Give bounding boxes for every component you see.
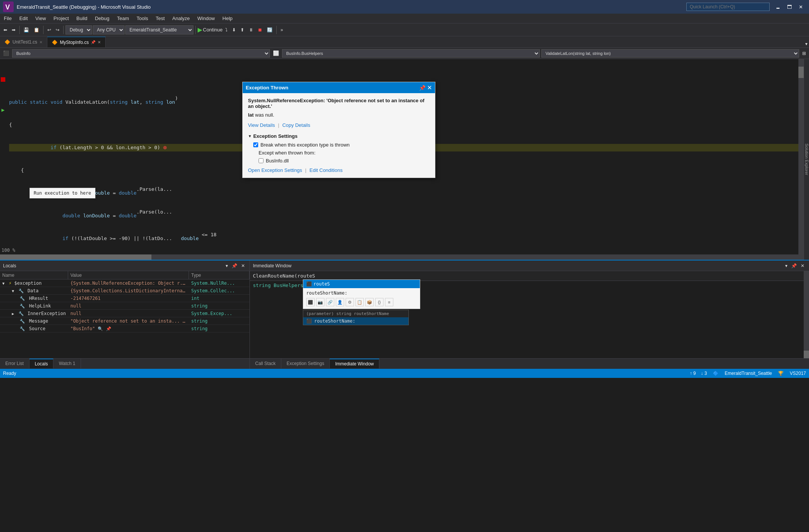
locals-row-helplink[interactable]: 🔧 HelpLink null string	[0, 302, 249, 310]
config-dropdown[interactable]: Debug	[65, 25, 92, 34]
save-button[interactable]: 💾	[22, 26, 31, 34]
back-button[interactable]: ⬅	[2, 26, 9, 34]
copy-details-link[interactable]: Copy Details	[282, 122, 310, 128]
quick-launch-input[interactable]	[686, 3, 770, 11]
save-all-button[interactable]: 📋	[32, 26, 41, 34]
hint-tool-6[interactable]: 📋	[355, 298, 364, 306]
tab-locals[interactable]: Locals	[30, 359, 54, 368]
menu-window[interactable]: Window	[193, 14, 218, 23]
step-out-button[interactable]: ⬆	[238, 26, 246, 34]
hint-tool-1[interactable]: ⬛	[306, 298, 315, 306]
tab-unittest[interactable]: 🔶 UnitTest1.cs ✕	[0, 37, 47, 47]
break-when-thrown-checkbox[interactable]	[253, 142, 258, 147]
immediate-scrollbar-thumb[interactable]	[804, 351, 809, 358]
project-dropdown[interactable]: EmeraldTransit_Seattle	[125, 25, 193, 34]
immediate-scrollbar[interactable]	[804, 271, 809, 358]
method-dropdown[interactable]: ValidateLatLon(string lat, string lon)	[541, 49, 799, 58]
menu-edit[interactable]: Edit	[16, 14, 31, 23]
locals-value-innerex: null	[68, 310, 189, 317]
solution-explorer-tab[interactable]: Solution Explorer	[804, 59, 809, 260]
hint-tool-8[interactable]: {}	[375, 298, 383, 306]
status-col: 3	[705, 371, 707, 376]
message-search-btn[interactable]: 🔍	[182, 319, 188, 324]
scrollbar-thumb[interactable]	[798, 67, 804, 78]
menu-view[interactable]: View	[31, 14, 50, 23]
edit-conditions-link[interactable]: Edit Conditions	[309, 167, 342, 173]
step-into-button[interactable]: ⬇	[230, 26, 238, 34]
step-over-button[interactable]: ⤵	[223, 26, 229, 34]
locals-row-data[interactable]: ▼ 🔧 Data {System.Collections.ListDiction…	[0, 287, 249, 295]
restore-button[interactable]: 🗖	[784, 2, 795, 11]
vertical-scrollbar[interactable]	[798, 59, 804, 260]
status-bar: Ready ↑ 9 ↓ 3 🔷 EmeraldTransit_Seattle 🏆…	[0, 369, 809, 378]
tab-mystopinfo[interactable]: 🔶 MyStopInfo.cs 📌 ✕	[47, 37, 106, 47]
tab-scroll-right[interactable]: ▾	[804, 41, 809, 47]
continue-button[interactable]: ▶ Continue	[198, 26, 223, 33]
immediate-pin-btn[interactable]: 📌	[790, 262, 798, 269]
hint-tool-9[interactable]: ≡	[385, 298, 393, 306]
namespace-dropdown[interactable]: BusInfo.BusHelpers	[282, 49, 540, 58]
immediate-input[interactable]	[253, 273, 806, 279]
tab-immediate-window[interactable]: Immediate Window	[330, 359, 379, 368]
expand-data[interactable]: ▼	[12, 289, 14, 293]
tab-watch1[interactable]: Watch 1	[53, 359, 81, 368]
open-exception-settings-link[interactable]: Open Exception Settings	[248, 167, 302, 173]
hint-tool-5[interactable]: ⚙	[346, 298, 354, 306]
immediate-close-btn[interactable]: ✕	[799, 262, 806, 269]
tooltip-text: Run execution to here	[34, 190, 91, 196]
platform-dropdown[interactable]: Any CPU	[93, 25, 125, 34]
close-button[interactable]: ✕	[795, 2, 806, 11]
autocomplete-hint-popup: ⬛ routeS routeShortName: ⬛ 📷 🔗 👤 ⚙ 📋 📦 {…	[303, 279, 420, 309]
locals-row-innerex[interactable]: ▶ 🔧 InnerException null System.Excep...	[0, 310, 249, 317]
expand-exception[interactable]: ▼	[2, 281, 5, 286]
class-dropdown[interactable]: BusInfo	[12, 49, 270, 58]
menu-project[interactable]: Project	[50, 14, 72, 23]
undo-button[interactable]: ↩	[45, 26, 53, 34]
exception-close-button[interactable]: ✕	[427, 84, 432, 91]
locals-row-message[interactable]: 🔧 Message "Object reference not set to a…	[0, 317, 249, 325]
code-toolbar-expand[interactable]: ⊞	[801, 50, 807, 57]
stop-button[interactable]: ⏹	[256, 26, 264, 34]
source-search-btn[interactable]: 🔍	[98, 326, 103, 331]
hint-tool-7[interactable]: 📦	[365, 298, 374, 306]
locals-close-btn[interactable]: ✕	[240, 262, 246, 269]
locals-pin-btn[interactable]: 📌	[230, 262, 239, 269]
tab-mystopinfo-close[interactable]: ✕	[98, 40, 101, 44]
message-value-text: "Object reference not set to an insta...	[70, 318, 180, 324]
menu-debug[interactable]: Debug	[91, 14, 113, 23]
restart-button[interactable]: 🔄	[265, 26, 274, 34]
menu-team[interactable]: Team	[113, 14, 133, 23]
source-pin-btn[interactable]: 📌	[106, 326, 111, 331]
tab-error-list[interactable]: Error List	[0, 359, 30, 368]
expand-innerex[interactable]: ▶	[12, 312, 14, 316]
businfo-dll-checkbox[interactable]	[259, 158, 263, 163]
menu-analyze[interactable]: Analyze	[168, 14, 193, 23]
break-button[interactable]: ⏸	[247, 26, 255, 34]
more-toolbar[interactable]: »	[279, 26, 285, 34]
menu-tools[interactable]: Tools	[133, 14, 152, 23]
minimize-button[interactable]: 🗕	[773, 2, 783, 11]
locals-row-source[interactable]: 🔧 Source "BusInfo" 🔍 📌 string	[0, 325, 249, 332]
h-scrollbar-thumb[interactable]	[0, 254, 151, 260]
locals-row-hresult[interactable]: 🔧 HResult -2147467261 int	[0, 295, 249, 302]
forward-button[interactable]: ➡	[10, 26, 17, 34]
horizontal-scrollbar[interactable]	[0, 254, 798, 260]
search-box-container[interactable]	[686, 3, 770, 11]
locals-row-exception[interactable]: ▼ ⚡ $exception {System.NullReferenceExce…	[0, 279, 249, 287]
tab-unittest-close[interactable]: ✕	[39, 40, 42, 44]
view-details-link[interactable]: View Details	[248, 122, 275, 128]
immediate-dropdown-btn[interactable]: ▾	[784, 262, 789, 269]
autocomplete-item-selected[interactable]: ⬛ routeShortName:	[303, 317, 408, 325]
locals-dropdown-btn[interactable]: ▾	[224, 262, 229, 269]
menu-build[interactable]: Build	[73, 14, 91, 23]
tab-call-stack[interactable]: Call Stack	[250, 359, 281, 368]
hint-tool-3[interactable]: 🔗	[326, 298, 334, 306]
menu-test[interactable]: Test	[152, 14, 168, 23]
hint-tool-2[interactable]: 📷	[316, 298, 324, 306]
exception-pin-button[interactable]: 📌	[419, 85, 426, 91]
menu-file[interactable]: File	[0, 14, 16, 23]
redo-button[interactable]: ↪	[54, 26, 61, 34]
hint-tool-4[interactable]: 👤	[336, 298, 344, 306]
tab-exception-settings[interactable]: Exception Settings	[281, 359, 330, 368]
menu-help[interactable]: Help	[219, 14, 237, 23]
